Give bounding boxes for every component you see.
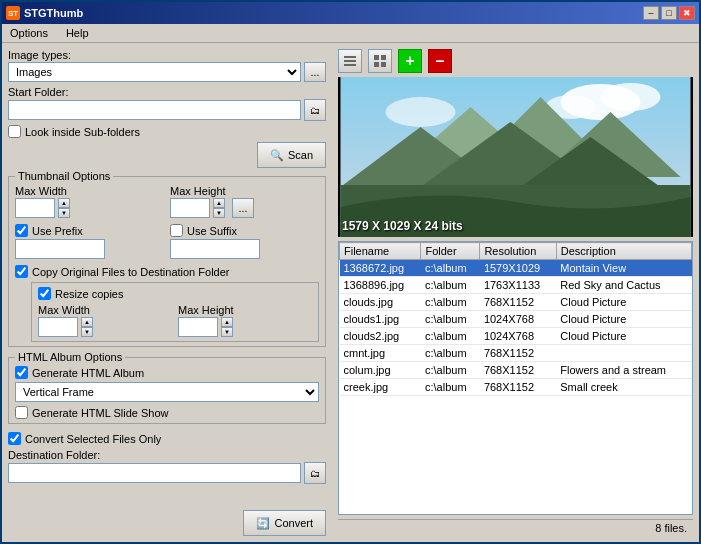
- generate-slide-row: Generate HTML Slide Show: [15, 406, 319, 419]
- table-row[interactable]: clouds2.jpg c:\album 1024X768 Cloud Pict…: [340, 328, 692, 345]
- cell-resolution: 768X1152: [480, 294, 556, 311]
- left-panel: Image types: Images ... Start Folder: c:…: [2, 43, 332, 542]
- table-row[interactable]: cmnt.jpg c:\album 768X1152: [340, 345, 692, 362]
- menu-help[interactable]: Help: [62, 26, 93, 40]
- table-row[interactable]: clouds.jpg c:\album 768X1152 Cloud Pictu…: [340, 294, 692, 311]
- cell-filename: clouds2.jpg: [340, 328, 421, 345]
- preview-box: 1579 X 1029 X 24 bits: [338, 77, 693, 237]
- dest-folder-input[interactable]: c:\album\output: [8, 463, 301, 483]
- max-width-up[interactable]: ▲: [58, 198, 70, 208]
- dest-folder-row: c:\album\output 🗂: [8, 462, 326, 484]
- col-description[interactable]: Description: [556, 243, 691, 260]
- frame-type-select[interactable]: Vertical FrameHorizontal FrameNo Frame: [15, 382, 319, 402]
- copy-max-width-label: Max Width: [38, 304, 172, 316]
- app-icon: ST: [6, 6, 20, 20]
- cell-filename: creek.jpg: [340, 379, 421, 396]
- max-height-up[interactable]: ▲: [213, 198, 225, 208]
- max-width-down[interactable]: ▼: [58, 208, 70, 218]
- convert-button[interactable]: 🔄 Convert: [243, 510, 326, 536]
- generate-html-checkbox[interactable]: [15, 366, 28, 379]
- use-suffix-checkbox[interactable]: [170, 224, 183, 237]
- minimize-button[interactable]: –: [643, 6, 659, 20]
- scan-icon: 🔍: [270, 149, 284, 162]
- resize-copies-label: Resize copies: [55, 288, 123, 300]
- prefix-suffix-inputs: sm_ -small: [15, 239, 319, 259]
- look-inside-row: Look inside Sub-folders: [8, 125, 326, 138]
- cell-resolution: 1763X1133: [480, 277, 556, 294]
- max-width-spinners: ▲ ▼: [58, 198, 70, 218]
- cell-folder: c:\album: [421, 260, 480, 277]
- resize-copies-checkbox[interactable]: [38, 287, 51, 300]
- close-button[interactable]: ✖: [679, 6, 695, 20]
- grid-view-icon: [373, 54, 387, 68]
- cell-description: Small creek: [556, 379, 691, 396]
- max-width-row: 150 ▲ ▼: [15, 198, 164, 218]
- svg-rect-1: [344, 60, 356, 62]
- max-width-input[interactable]: 150: [15, 198, 55, 218]
- copy-width-spinners: ▲ ▼: [81, 317, 93, 337]
- col-folder[interactable]: Folder: [421, 243, 480, 260]
- generate-slide-checkbox[interactable]: [15, 406, 28, 419]
- table-row[interactable]: colum.jpg c:\album 768X1152 Flowers and …: [340, 362, 692, 379]
- max-height-down[interactable]: ▼: [213, 208, 225, 218]
- cell-folder: c:\album: [421, 379, 480, 396]
- maximize-button[interactable]: □: [661, 6, 677, 20]
- copy-height-up[interactable]: ▲: [221, 317, 233, 327]
- dest-folder-section: Destination Folder: c:\album\output 🗂: [8, 449, 326, 484]
- use-prefix-label: Use Prefix: [32, 225, 83, 237]
- cell-resolution: 768X1152: [480, 379, 556, 396]
- cell-description: Cloud Picture: [556, 311, 691, 328]
- preview-label: 1579 X 1029 X 24 bits: [342, 219, 463, 233]
- cell-filename: 1368896.jpg: [340, 277, 421, 294]
- copy-original-checkbox[interactable]: [15, 265, 28, 278]
- dest-folder-browse-button[interactable]: 🗂: [304, 462, 326, 484]
- start-folder-input[interactable]: c:\album\: [8, 100, 301, 120]
- add-button[interactable]: +: [398, 49, 422, 73]
- copy-height-down[interactable]: ▼: [221, 327, 233, 337]
- remove-button[interactable]: –: [428, 49, 452, 73]
- col-filename[interactable]: Filename: [340, 243, 421, 260]
- copy-width-up[interactable]: ▲: [81, 317, 93, 327]
- convert-selected-checkbox[interactable]: [8, 432, 21, 445]
- max-height-input[interactable]: 150: [170, 198, 210, 218]
- menu-bar: Options Help: [2, 24, 699, 43]
- copy-width-input[interactable]: 1024: [38, 317, 78, 337]
- table-row[interactable]: 1368896.jpg c:\album 1763X1133 Red Sky a…: [340, 277, 692, 294]
- copy-original-row: Copy Original Files to Destination Folde…: [15, 265, 319, 278]
- title-buttons: – □ ✖: [643, 6, 695, 20]
- look-inside-checkbox[interactable]: [8, 125, 21, 138]
- copy-width-row: 1024 ▲ ▼: [38, 317, 172, 337]
- cell-folder: c:\album: [421, 277, 480, 294]
- prefix-suffix-row: Use Prefix Use Suffix: [15, 224, 319, 237]
- image-types-select[interactable]: Images: [8, 62, 301, 82]
- use-prefix-row: Use Prefix: [15, 224, 164, 237]
- convert-selected-label: Convert Selected Files Only: [25, 433, 161, 445]
- copy-width-down[interactable]: ▼: [81, 327, 93, 337]
- use-prefix-checkbox[interactable]: [15, 224, 28, 237]
- menu-options[interactable]: Options: [6, 26, 52, 40]
- copy-height-input[interactable]: 768: [178, 317, 218, 337]
- max-width-label: Max Width: [15, 185, 164, 197]
- thumbnail-options-extra-button[interactable]: ...: [232, 198, 254, 218]
- suffix-input[interactable]: -small: [170, 239, 260, 259]
- html-section-title: HTML Album Options: [15, 351, 125, 363]
- scan-row: 🔍 Scan: [8, 142, 326, 168]
- table-row[interactable]: creek.jpg c:\album 768X1152 Small creek: [340, 379, 692, 396]
- resize-copies-row: Resize copies: [38, 287, 312, 300]
- copy-original-label: Copy Original Files to Destination Folde…: [32, 266, 229, 278]
- cell-resolution: 768X1152: [480, 345, 556, 362]
- use-suffix-label: Use Suffix: [187, 225, 237, 237]
- cell-folder: c:\album: [421, 345, 480, 362]
- table-row[interactable]: 1368672.jpg c:\album 1579X1029 Montain V…: [340, 260, 692, 277]
- grid-view-button[interactable]: [368, 49, 392, 73]
- svg-rect-4: [381, 55, 386, 60]
- col-resolution[interactable]: Resolution: [480, 243, 556, 260]
- image-types-browse-button[interactable]: ...: [304, 62, 326, 82]
- start-folder-browse-button[interactable]: 🗂: [304, 99, 326, 121]
- prefix-input[interactable]: sm_: [15, 239, 105, 259]
- convert-icon: 🔄: [256, 517, 270, 530]
- convert-row: 🔄 Convert: [8, 510, 326, 536]
- list-view-button[interactable]: [338, 49, 362, 73]
- scan-button[interactable]: 🔍 Scan: [257, 142, 326, 168]
- table-row[interactable]: clouds1.jpg c:\album 1024X768 Cloud Pict…: [340, 311, 692, 328]
